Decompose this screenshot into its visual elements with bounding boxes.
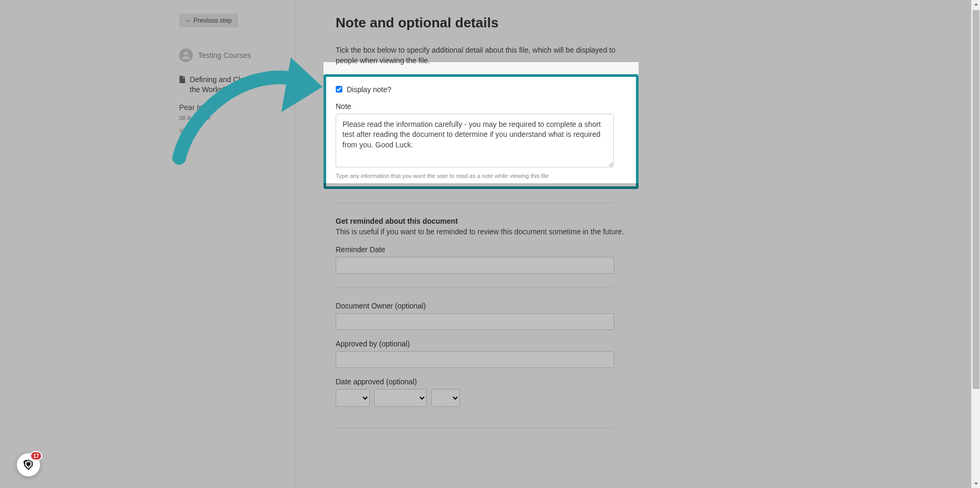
date-approved-day-select[interactable] — [336, 389, 370, 407]
display-note-label[interactable]: Display note? — [347, 85, 391, 94]
scrollbar[interactable] — [971, 0, 980, 488]
date-approved-month-select[interactable] — [374, 389, 427, 407]
note-textarea[interactable] — [336, 114, 614, 167]
date-approved-label: Date approved (optional) — [336, 377, 639, 386]
document-version: V0.1 — [179, 127, 295, 134]
reminder-section-desc: This is useful if you want to be reminde… — [336, 227, 639, 236]
user-name: Testing Courses — [198, 51, 251, 59]
document-title: Defining and Classifying AI in the Workp… — [190, 75, 295, 95]
reminder-date-label: Reminder Date — [336, 245, 639, 254]
intro-text: Tick the box below to specify additional… — [336, 45, 639, 66]
scroll-up-button[interactable] — [972, 0, 980, 9]
doc-owner-input[interactable] — [336, 313, 614, 330]
display-note-checkbox[interactable] — [336, 86, 342, 92]
note-highlight-box: Display note? Note Type any information … — [324, 74, 639, 189]
company-name: Pear Inc. — [179, 103, 295, 112]
scroll-down-button[interactable] — [972, 479, 980, 488]
previous-step-button[interactable]: ← Previous step — [179, 14, 238, 27]
note-helper-text: Type any information that you want the u… — [336, 173, 626, 179]
reminder-date-input[interactable] — [336, 257, 614, 274]
approved-by-label: Approved by (optional) — [336, 340, 639, 348]
file-icon — [179, 76, 185, 85]
user-avatar-icon — [179, 48, 193, 62]
doc-owner-label: Document Owner (optional) — [336, 302, 639, 310]
scrollbar-thumb[interactable] — [973, 10, 979, 389]
note-field-label: Note — [336, 102, 626, 111]
approved-by-input[interactable] — [336, 351, 614, 368]
page-title: Note and optional details — [336, 15, 639, 31]
date-approved-year-select[interactable] — [431, 389, 460, 407]
divider — [336, 428, 614, 429]
document-date: 08 Apr 2024 — [179, 115, 295, 121]
divider — [336, 203, 614, 203]
vertical-divider — [295, 0, 296, 488]
divider — [336, 287, 614, 288]
chat-widget-button[interactable]: 17 — [17, 453, 40, 476]
chat-badge-count: 17 — [30, 451, 42, 461]
reminder-section-title: Get reminded about this document — [336, 217, 639, 225]
